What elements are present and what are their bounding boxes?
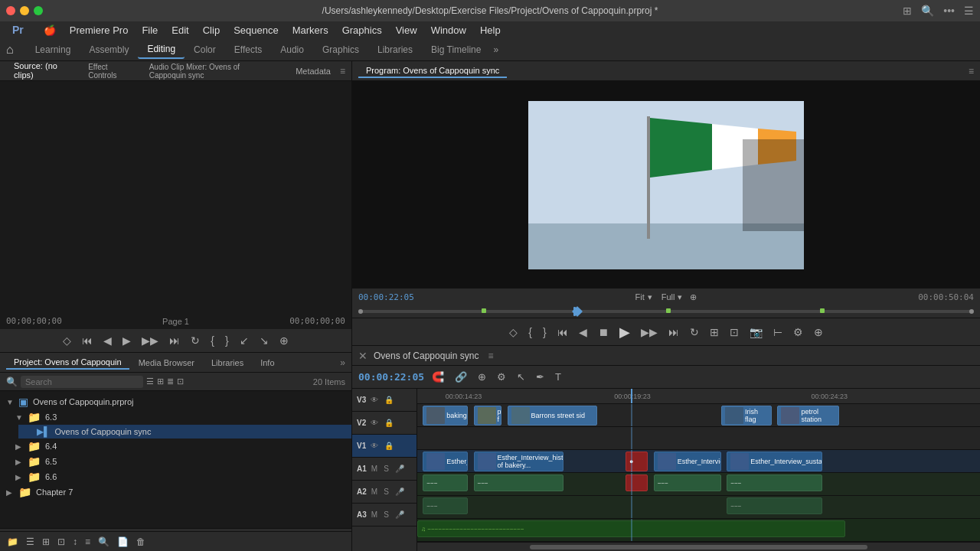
- export-frame-button[interactable]: 📷: [746, 324, 766, 341]
- icon-view-button[interactable]: ⊞: [40, 535, 52, 549]
- ws-tab-learning[interactable]: Learning: [26, 41, 80, 58]
- project-panel-menu[interactable]: »: [340, 357, 345, 368]
- source-play[interactable]: ▶: [119, 333, 134, 348]
- track-row-v1[interactable]: Esther_Int Esther_Interview_history of b…: [417, 450, 980, 473]
- linked-selection-button[interactable]: 🔗: [452, 370, 470, 384]
- zoom-icon[interactable]: ⊕: [690, 292, 697, 302]
- track-lock-v3[interactable]: 🔒: [383, 395, 395, 405]
- program-scrubbar[interactable]: [352, 305, 980, 318]
- timeline-timecode[interactable]: 00:00:22:05: [358, 371, 424, 383]
- workspace-more[interactable]: »: [493, 44, 498, 55]
- snap-button[interactable]: 🧲: [429, 370, 447, 384]
- scroll-thumb[interactable]: [530, 545, 867, 549]
- clip-barrons[interactable]: Barrons street sid: [508, 406, 598, 425]
- clip-petrol[interactable]: petrol station: [777, 406, 839, 425]
- output-button[interactable]: ⊡: [726, 324, 743, 341]
- tab-audio-mixer[interactable]: Audio Clip Mixer: Ovens of Cappoquin syn…: [142, 61, 286, 81]
- fullscreen-button[interactable]: [34, 6, 43, 15]
- clip-esther-int[interactable]: Esther_Int: [423, 452, 468, 471]
- more-icon[interactable]: •••: [943, 5, 955, 17]
- list-item[interactable]: ▶ 📁 6.4: [9, 439, 351, 454]
- list-view-button[interactable]: ☰: [24, 535, 37, 549]
- track-lock-v2[interactable]: 🔒: [383, 418, 395, 428]
- source-out-point[interactable]: }: [222, 333, 232, 348]
- freeform-view-button[interactable]: ⊡: [55, 535, 67, 549]
- settings-button[interactable]: ⚙: [789, 324, 807, 341]
- tab-effect-controls[interactable]: Effect Controls: [80, 61, 139, 81]
- track-row-v2[interactable]: [417, 427, 980, 450]
- safe-margin-button[interactable]: ⊞: [706, 324, 723, 341]
- mark-in-button[interactable]: {: [524, 324, 536, 341]
- add-track-button[interactable]: ⊕: [475, 370, 489, 384]
- menu-premiere-pro[interactable]: Premiere Pro: [64, 23, 135, 37]
- timeline-close[interactable]: ✕: [358, 350, 368, 362]
- menu-markers[interactable]: Markers: [286, 23, 335, 37]
- track-toggle-v3[interactable]: 👁: [369, 395, 380, 405]
- track-m-a1[interactable]: M: [370, 464, 379, 474]
- play-button[interactable]: ▶: [616, 321, 634, 343]
- list-item[interactable]: ▶▌ Ovens of Cappoquin sync: [18, 425, 351, 439]
- menu-sequence[interactable]: Sequence: [227, 23, 285, 37]
- fit-selector[interactable]: Fit ▾: [635, 292, 652, 302]
- list-item[interactable]: ▶ 📁 Chapter 7: [0, 484, 351, 500]
- scrub-track[interactable]: [358, 310, 974, 313]
- tab-source[interactable]: Source: (no clips): [6, 60, 79, 83]
- go-in-button[interactable]: ⏮: [554, 324, 572, 341]
- program-monitor[interactable]: [352, 81, 980, 289]
- project-search-input[interactable]: [21, 376, 143, 388]
- track-toggle-v1[interactable]: 👁: [369, 441, 380, 451]
- new-item-button[interactable]: 📄: [115, 535, 131, 549]
- clip-baking[interactable]: baking: [423, 406, 468, 425]
- clip-audio-red[interactable]: [626, 474, 648, 491]
- menu-edit[interactable]: Edit: [165, 23, 194, 37]
- timeline-playhead[interactable]: [631, 389, 632, 403]
- sort-button[interactable]: ↕: [70, 535, 80, 549]
- timeline-scrollbar[interactable]: [417, 542, 980, 551]
- trim-button[interactable]: ⊢: [769, 324, 786, 341]
- ws-tab-color[interactable]: Color: [185, 41, 225, 58]
- add-to-timeline-button[interactable]: ⊕: [810, 324, 827, 341]
- timeline-settings[interactable]: ⚙: [494, 370, 509, 384]
- track-row-a2[interactable]: ~~~ ~~~: [417, 496, 980, 519]
- menu-help[interactable]: Help: [474, 23, 507, 37]
- clip-audio-2[interactable]: ~~~: [474, 474, 564, 491]
- track-row-a1[interactable]: ~~~ ~~~ ~~~ ~~~: [417, 473, 980, 496]
- menu-file[interactable]: File: [136, 23, 164, 37]
- ws-tab-graphics[interactable]: Graphics: [313, 41, 368, 58]
- clip-a2-1[interactable]: ~~~: [423, 497, 468, 514]
- clip-red-v1[interactable]: ●: [626, 452, 648, 471]
- free-form-icon[interactable]: ⊡: [177, 377, 184, 386]
- close-button[interactable]: [6, 6, 15, 15]
- step-fwd-button[interactable]: ▶▶: [637, 324, 662, 341]
- loop-button[interactable]: ↻: [686, 324, 703, 341]
- metadata-view-icon[interactable]: ≣: [167, 377, 174, 386]
- clip-esther-int2[interactable]: Esther_Interview: [654, 452, 721, 471]
- clip-esther-history[interactable]: Esther_Interview_history of bakery...: [474, 452, 564, 471]
- clip-irish-flag[interactable]: Irish flag: [721, 406, 772, 425]
- source-add-marker[interactable]: ◇: [60, 333, 74, 348]
- track-row-a3[interactable]: ♫ ~~~~~~~~~~~~~~~~~~~~~~~~~~~: [417, 519, 980, 542]
- timeline-menu[interactable]: ≡: [488, 350, 493, 361]
- go-out-button[interactable]: ⏭: [665, 324, 683, 341]
- icon-view-icon[interactable]: ⊞: [157, 377, 164, 386]
- source-play-back[interactable]: ◀: [100, 333, 115, 348]
- tool-selection[interactable]: ↖: [514, 370, 528, 384]
- source-overwrite[interactable]: ↘: [256, 333, 272, 348]
- clear-button[interactable]: 🗑: [134, 535, 148, 549]
- tool-pen[interactable]: ✒: [533, 370, 547, 384]
- track-lock-v1[interactable]: 🔒: [383, 441, 395, 451]
- fit-dropdown-icon[interactable]: ▾: [648, 292, 652, 302]
- list-item[interactable]: ▶ 📁 6.6: [9, 469, 351, 484]
- clip-audio-4[interactable]: ~~~: [727, 474, 822, 491]
- source-fwd-frame[interactable]: ⏭: [166, 333, 183, 348]
- clip-audio-3[interactable]: ~~~: [654, 474, 721, 491]
- track-m-a3[interactable]: M: [370, 510, 379, 520]
- ws-tab-bigtimeline[interactable]: Big Timeline: [422, 41, 490, 58]
- list-item[interactable]: ▶ 📁 6.5: [9, 454, 351, 469]
- clip-a2-2[interactable]: ~~~: [727, 497, 822, 514]
- tab-libraries[interactable]: Libraries: [204, 357, 251, 369]
- track-mic-a1[interactable]: 🎤: [394, 464, 406, 474]
- list-view-icon[interactable]: ☰: [146, 377, 154, 386]
- step-back-button[interactable]: ◀: [575, 324, 591, 341]
- tab-media-browser[interactable]: Media Browser: [131, 357, 202, 369]
